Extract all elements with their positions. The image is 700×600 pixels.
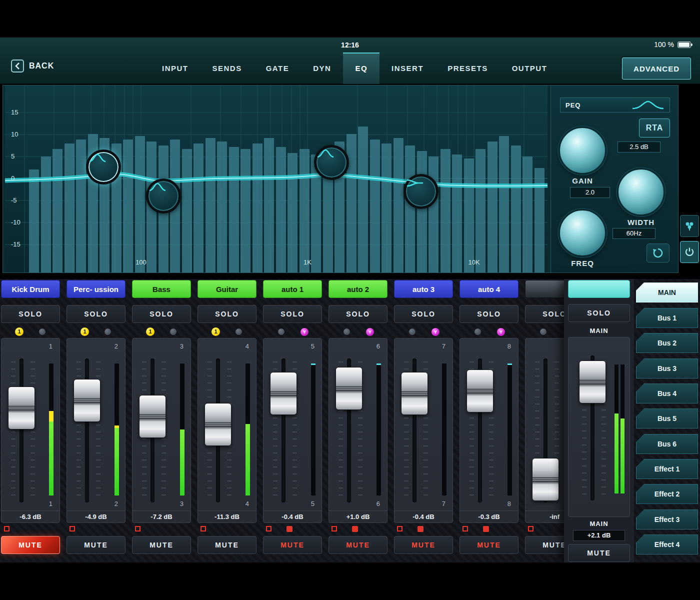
eq-node-3[interactable] <box>314 145 349 180</box>
back-button[interactable]: BACK <box>11 60 54 72</box>
channel-badges: 1 <box>132 327 191 337</box>
channel-name[interactable]: Guitar <box>198 280 256 298</box>
record-arm-icon[interactable] <box>135 526 140 532</box>
fader-handle[interactable] <box>466 370 494 412</box>
fader-handle[interactable] <box>204 403 232 446</box>
back-chevron-icon <box>11 60 24 72</box>
channel-number: 7 <box>442 342 446 350</box>
freq-knob[interactable] <box>558 209 606 257</box>
bus-button-bus6[interactable]: Bus 6 <box>636 434 698 454</box>
tab-input[interactable]: INPUT <box>150 52 200 84</box>
main-name[interactable] <box>568 280 630 298</box>
record-arm-icon[interactable] <box>332 526 337 532</box>
bus-button-bus2[interactable]: Bus 2 <box>636 333 698 353</box>
tab-eq[interactable]: EQ <box>343 52 380 84</box>
channel-name[interactable]: Perc- ussion <box>66 280 126 298</box>
rta-button[interactable]: RTA <box>639 118 670 138</box>
power-button[interactable] <box>680 241 699 263</box>
bus-button-effect1[interactable]: Effect 1 <box>636 459 698 479</box>
fader-handle[interactable] <box>336 367 362 410</box>
solo-button[interactable]: SOLO <box>394 305 453 323</box>
mute-button[interactable]: MUTE <box>460 536 518 554</box>
fader-handle[interactable] <box>139 395 166 438</box>
channel-number: 8 <box>508 500 511 508</box>
fader-handle[interactable] <box>579 360 606 404</box>
battery-percent: 100 % <box>654 40 674 48</box>
record-arm-icon[interactable] <box>266 526 272 532</box>
tab-insert[interactable]: INSERT <box>380 52 436 84</box>
width-knob[interactable] <box>617 168 665 216</box>
tab-presets[interactable]: PRESETS <box>436 52 500 84</box>
scene-button[interactable] <box>680 215 699 237</box>
mute-group-icon[interactable] <box>352 526 358 532</box>
freq-value: 60Hz <box>612 228 656 239</box>
solo-button[interactable]: SOLO <box>198 305 256 323</box>
channel-name[interactable]: auto 1 <box>263 280 322 298</box>
reset-button[interactable] <box>646 244 670 262</box>
record-arm-icon[interactable] <box>528 526 534 532</box>
fader-handle[interactable] <box>532 458 559 501</box>
group-badge: 1 <box>212 328 220 336</box>
solo-button[interactable]: SOLO <box>263 305 322 323</box>
fader-panel <box>568 337 630 517</box>
bus-button-effect4[interactable]: Effect 4 <box>636 534 698 554</box>
bus-button-bus5[interactable]: Bus 5 <box>636 408 698 428</box>
battery-icon <box>678 42 691 48</box>
mute-button[interactable]: MUTE <box>394 536 453 554</box>
mute-group-icon[interactable] <box>418 526 424 532</box>
tab-gate[interactable]: GATE <box>254 52 302 84</box>
fader-panel: 3 3 -7.2 dB <box>132 338 191 523</box>
tab-output[interactable]: OUTPUT <box>500 52 560 84</box>
mute-group-icon[interactable] <box>483 526 489 532</box>
bus-button-bus3[interactable]: Bus 3 <box>636 358 698 378</box>
channel-name[interactable]: auto 2 <box>328 280 388 298</box>
mute-button[interactable]: MUTE <box>263 536 322 554</box>
mute-button[interactable]: MUTE <box>328 536 388 554</box>
solo-button[interactable]: SOLO <box>568 304 630 322</box>
mute-button[interactable]: MUTE <box>132 536 191 554</box>
solo-button[interactable]: SOLO <box>1 305 60 323</box>
channel-number: 1 <box>49 342 52 350</box>
gain-knob[interactable] <box>558 126 606 174</box>
solo-button[interactable]: SOLO <box>132 305 191 323</box>
eq-node-2[interactable] <box>146 178 181 214</box>
bus-button-effect2[interactable]: Effect 2 <box>636 484 698 504</box>
eq-node-4[interactable] <box>404 174 438 209</box>
solo-button[interactable]: SOLO <box>66 305 126 323</box>
freq-label: FREQ <box>558 259 606 268</box>
advanced-button[interactable]: ADVANCED <box>622 58 691 80</box>
main-strip: SOLO MAIN MAIN +2.1 dB MUTE <box>564 279 634 562</box>
mute-button[interactable]: MUTE <box>198 536 256 554</box>
record-arm-icon[interactable] <box>397 526 402 532</box>
record-arm-icon[interactable] <box>4 526 10 532</box>
channel-name[interactable]: Bass <box>132 280 191 298</box>
tab-sends[interactable]: SENDS <box>200 52 254 84</box>
bus-button-effect3[interactable]: Effect 3 <box>636 510 698 530</box>
tab-dyn[interactable]: DYN <box>301 52 343 84</box>
solo-button[interactable]: SOLO <box>328 305 388 323</box>
fader-handle[interactable] <box>401 372 428 415</box>
fader-handle[interactable] <box>8 386 35 430</box>
channel-name[interactable]: auto 4 <box>460 280 518 298</box>
assign-row <box>460 525 518 534</box>
record-arm-icon[interactable] <box>200 526 206 532</box>
mute-button[interactable]: MUTE <box>66 536 126 554</box>
level-meter <box>49 364 54 496</box>
record-arm-icon[interactable] <box>70 526 75 532</box>
bus-button-bus1[interactable]: Bus 1 <box>636 308 698 328</box>
mute-button[interactable]: MUTE <box>568 544 630 562</box>
eq-graph[interactable]: 15 10 5 0 -5 -10 -15 100 1K 10K <box>5 86 548 272</box>
channel-name[interactable]: auto 3 <box>394 280 453 298</box>
bus-button-bus4[interactable]: Bus 4 <box>636 384 698 404</box>
fader-handle[interactable] <box>74 379 100 422</box>
mute-button[interactable]: MUTE <box>1 536 60 554</box>
eq-node-1[interactable] <box>86 150 121 184</box>
bus-button-main[interactable]: MAIN <box>636 282 698 302</box>
solo-button[interactable]: SOLO <box>460 305 518 323</box>
vca-badge: Y <box>300 328 308 336</box>
mute-group-icon[interactable] <box>286 526 292 532</box>
channel-name[interactable]: Kick Drum <box>1 280 60 298</box>
vca-badge: Y <box>432 328 440 336</box>
record-arm-icon[interactable] <box>462 526 468 532</box>
fader-handle[interactable] <box>270 372 297 415</box>
